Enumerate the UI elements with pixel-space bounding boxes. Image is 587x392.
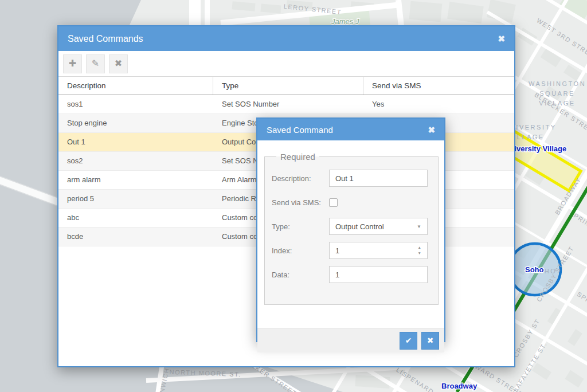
index-label: Index: xyxy=(272,246,329,255)
index-value: 1 xyxy=(335,246,339,255)
close-icon[interactable]: ✖ xyxy=(498,34,505,43)
column-header-description[interactable]: Description xyxy=(58,77,213,95)
data-label: Data: xyxy=(272,271,329,279)
data-field[interactable] xyxy=(329,266,428,283)
chevron-down-icon: ▼ xyxy=(417,224,421,229)
type-dropdown[interactable]: Output Control ▼ xyxy=(329,218,428,235)
saved-command-footer: ✔ ✖ xyxy=(257,328,444,352)
cell-description: sos1 xyxy=(58,95,213,113)
cell-description: Out 1 xyxy=(58,133,213,151)
park-label: James J xyxy=(331,17,359,26)
type-row: Type: Output Control ▼ xyxy=(272,218,431,235)
column-header-type[interactable]: Type xyxy=(213,77,363,95)
delete-command-button[interactable]: ✖ xyxy=(109,54,128,73)
cell-description: period 5 xyxy=(58,190,213,208)
type-label: Type: xyxy=(272,222,329,231)
dialog-title: Saved Commands xyxy=(68,34,143,44)
index-row: Index: 1 ▲ ▼ xyxy=(272,242,431,259)
x-icon: ✖ xyxy=(427,336,434,345)
cell-description: arm alarm xyxy=(58,171,213,189)
delete-icon: ✖ xyxy=(115,59,122,68)
dialog-title: Saved Command xyxy=(267,125,333,135)
cell-description: bcde xyxy=(58,228,213,246)
fieldset-legend: Required xyxy=(276,152,319,162)
send-via-sms-row: Send via SMS: xyxy=(272,194,431,211)
plus-icon: ✚ xyxy=(69,59,76,68)
cell-description: Stop engine xyxy=(58,114,213,132)
saved-commands-titlebar[interactable]: Saved Commands ✖ xyxy=(58,26,514,51)
cell-description: sos2 xyxy=(58,152,213,170)
cell-sms: Yes xyxy=(363,95,514,113)
description-row: Description: xyxy=(272,170,431,187)
saved-command-body: Required Description: Send via SMS: Type… xyxy=(257,152,444,352)
area-label: VILLAGE xyxy=(539,100,575,107)
map-marker-label[interactable]: Broadway xyxy=(441,382,478,390)
spin-up-icon[interactable]: ▲ xyxy=(418,246,421,250)
stepper-arrows[interactable]: ▲ ▼ xyxy=(418,246,421,255)
confirm-button[interactable]: ✔ xyxy=(400,332,417,350)
description-label: Description: xyxy=(272,174,329,183)
cell-description: abc xyxy=(58,209,213,227)
commands-table-header: Description Type Send via SMS xyxy=(58,76,514,95)
send-via-sms-label: Send via SMS: xyxy=(272,198,329,207)
cell-type: Set SOS Number xyxy=(213,95,363,113)
description-field[interactable] xyxy=(329,170,428,187)
area-label: WASHINGTON xyxy=(529,80,586,87)
saved-command-titlebar[interactable]: Saved Command ✖ xyxy=(257,119,444,140)
map-marker-label[interactable]: Soho xyxy=(525,265,544,274)
close-icon[interactable]: ✖ xyxy=(428,126,435,134)
check-icon: ✔ xyxy=(405,336,412,345)
commands-toolbar: ✚ ✎ ✖ xyxy=(58,51,514,76)
required-fieldset: Required Description: Send via SMS: Type… xyxy=(264,152,439,305)
cancel-button[interactable]: ✖ xyxy=(421,332,439,350)
saved-command-dialog: Saved Command ✖ Required Description: Se… xyxy=(256,117,445,342)
index-stepper[interactable]: 1 ▲ ▼ xyxy=(329,242,428,259)
edit-command-button[interactable]: ✎ xyxy=(86,54,105,73)
area-label: SQUARE xyxy=(539,90,574,97)
data-row: Data: xyxy=(272,266,431,283)
table-row[interactable]: sos1 Set SOS Number Yes xyxy=(58,95,514,114)
column-header-send-via-sms[interactable]: Send via SMS xyxy=(363,77,514,95)
send-via-sms-checkbox[interactable] xyxy=(329,198,338,207)
spin-down-icon[interactable]: ▼ xyxy=(418,252,421,256)
add-command-button[interactable]: ✚ xyxy=(63,54,82,73)
type-selected-value: Output Control xyxy=(335,222,384,231)
pencil-icon: ✎ xyxy=(92,59,99,68)
